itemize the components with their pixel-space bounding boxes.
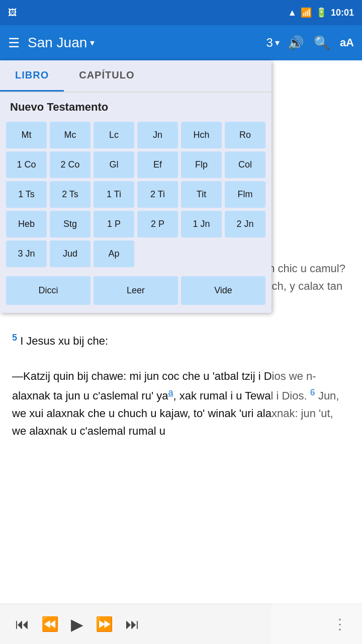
- book-2co[interactable]: 2 Co: [50, 151, 90, 178]
- book-flm[interactable]: Flm: [225, 181, 265, 208]
- book-jn[interactable]: Jn: [137, 122, 178, 148]
- signal-icon: 📶: [301, 7, 312, 18]
- app-bar-actions: 🔊 🔍 aA: [288, 35, 354, 51]
- battery-icon: 🔋: [316, 7, 327, 18]
- book-gl[interactable]: Gl: [94, 151, 134, 178]
- chapter-number: 3: [266, 36, 273, 50]
- font-size-button[interactable]: aA: [340, 36, 354, 49]
- book-2ti[interactable]: 2 Ti: [137, 181, 178, 208]
- book-hch[interactable]: Hch: [181, 122, 222, 148]
- book-picker-panel: LIBRO CAPÍTULO Nuevo Testamento Mt Mc Lc…: [0, 60, 272, 313]
- screen-icon: 🖼: [8, 8, 17, 18]
- book-mc[interactable]: Mc: [50, 122, 90, 148]
- book-mt[interactable]: Mt: [6, 122, 47, 148]
- book-heb[interactable]: Heb: [6, 211, 47, 237]
- sound-button[interactable]: 🔊: [288, 35, 304, 51]
- book-lc[interactable]: Lc: [94, 122, 134, 148]
- wifi-icon: ▲: [288, 8, 297, 18]
- book-jud[interactable]: Jud: [50, 240, 90, 267]
- book-3jn[interactable]: 3 Jn: [6, 240, 47, 267]
- leer-button[interactable]: Leer: [94, 276, 178, 305]
- status-bar-left: 🖼: [8, 8, 17, 18]
- book-1ts[interactable]: 1 Ts: [6, 181, 47, 208]
- status-bar: 🖼 ▲ 📶 🔋 10:01: [0, 0, 362, 25]
- book-tit[interactable]: Tit: [181, 181, 222, 208]
- verse-5-text: I Jesus xu bij che:: [20, 335, 108, 347]
- tab-libro[interactable]: LIBRO: [0, 60, 64, 92]
- chapter-dropdown-icon[interactable]: ▾: [275, 37, 280, 48]
- player-controls: ⏮ ⏪ ▶ ⏩ ⏭: [15, 615, 139, 634]
- section-title: Nuevo Testamento: [0, 93, 272, 119]
- book-title: San Juan: [28, 35, 87, 51]
- book-flp[interactable]: Flp: [181, 151, 222, 178]
- book-ro[interactable]: Ro: [225, 122, 265, 148]
- footnote-a[interactable]: a: [168, 387, 173, 397]
- book-1jn[interactable]: 1 Jn: [181, 211, 222, 237]
- skip-forward-button[interactable]: ⏭: [125, 616, 139, 632]
- search-button[interactable]: 🔍: [314, 35, 330, 51]
- rewind-button[interactable]: ⏪: [41, 616, 59, 632]
- book-1co[interactable]: 1 Co: [6, 151, 47, 178]
- time-display: 10:01: [331, 8, 354, 18]
- status-bar-right: ▲ 📶 🔋 10:01: [288, 7, 354, 18]
- book-stg[interactable]: Stg: [50, 211, 90, 237]
- book-ap[interactable]: Ap: [94, 240, 134, 267]
- play-button[interactable]: ▶: [71, 615, 83, 634]
- panel-overlay[interactable]: [272, 60, 362, 644]
- app-title-group: San Juan ▾: [28, 35, 258, 51]
- fast-forward-button[interactable]: ⏩: [96, 616, 113, 632]
- verse-number-5: 5: [12, 333, 17, 343]
- dicci-button[interactable]: Dicci: [6, 276, 90, 305]
- app-bar: ☰ San Juan ▾ 3 ▾ 🔊 🔍 aA: [0, 25, 362, 60]
- action-buttons: Dicci Leer Vide: [0, 273, 272, 313]
- books-grid: Mt Mc Lc Jn Hch Ro 1 Co 2 Co Gl Ef Flp C…: [0, 119, 272, 273]
- book-col[interactable]: Col: [225, 151, 265, 178]
- chapter-selector[interactable]: 3 ▾: [266, 36, 280, 50]
- vide-button[interactable]: Vide: [181, 276, 265, 305]
- tab-capitulo[interactable]: CAPÍTULO: [64, 60, 149, 92]
- book-1p[interactable]: 1 P: [94, 211, 134, 237]
- book-ef[interactable]: Ef: [137, 151, 178, 178]
- book-2jn[interactable]: 2 Jn: [225, 211, 265, 237]
- book-2p[interactable]: 2 P: [137, 211, 178, 237]
- skip-back-button[interactable]: ⏮: [15, 616, 29, 632]
- book-2ts[interactable]: 2 Ts: [50, 181, 90, 208]
- picker-tabs: LIBRO CAPÍTULO: [0, 60, 272, 93]
- menu-button[interactable]: ☰: [8, 35, 20, 51]
- title-dropdown-icon[interactable]: ▾: [90, 37, 95, 48]
- book-1ti[interactable]: 1 Ti: [94, 181, 134, 208]
